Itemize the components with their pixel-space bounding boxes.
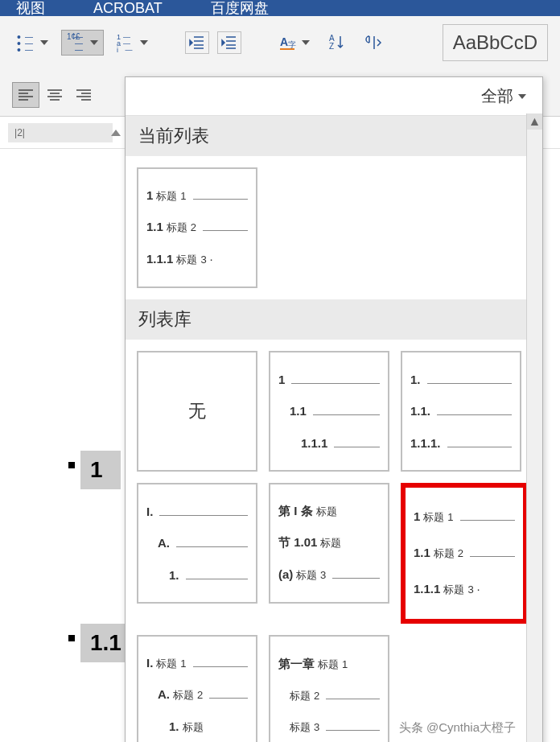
ruler[interactable]: | 2 | xyxy=(8,123,113,142)
section-current-list: 当前列表 xyxy=(126,116,542,156)
filter-dropdown[interactable]: 全部 xyxy=(481,85,526,107)
tab-baidu[interactable]: 百度网盘 xyxy=(211,0,269,18)
dropdown-scrollbar[interactable]: ▲ xyxy=(526,113,542,742)
ribbon-tabs: 视图 ACROBAT 百度网盘 xyxy=(0,0,560,16)
multilevel-list-dropdown: 全部 当前列表 1 标题 1 1.1 标题 2 1.1.1 标题 3· 列表库 … xyxy=(125,76,543,742)
bullets-button[interactable] xyxy=(12,31,53,55)
doc-heading-2: 1.1 xyxy=(80,624,129,662)
tab-acrobat[interactable]: ACROBAT xyxy=(93,0,163,17)
svg-text:A: A xyxy=(280,35,288,48)
multilevel-list-button[interactable] xyxy=(112,31,153,55)
list-preview-item[interactable]: I. A. 1. xyxy=(137,483,257,604)
chevron-down-icon xyxy=(90,40,98,45)
chevron-down-icon xyxy=(518,94,526,99)
increase-indent-button[interactable] xyxy=(217,31,241,54)
numbered-list-button[interactable] xyxy=(61,30,104,56)
decrease-indent-button[interactable] xyxy=(185,31,209,54)
list-preview-item-selected[interactable]: 1 标题 1 1.1 标题 2 1.1.1 标题 3· xyxy=(401,483,528,624)
list-preview-item[interactable]: 1 1.1 1.1.1 xyxy=(269,351,389,472)
list-preview-item[interactable]: 第一章标题 1 标题 2 标题 3 xyxy=(269,635,389,742)
align-left-button[interactable] xyxy=(12,82,39,108)
style-preview[interactable]: AaBbCcD xyxy=(443,24,548,61)
list-preview-item[interactable]: 1. 1.1. 1.1.1. xyxy=(401,351,521,472)
svg-text:Z: Z xyxy=(329,42,334,51)
chevron-down-icon xyxy=(40,40,48,45)
list-preview-item[interactable]: I. 标题 1 A. 标题 2 1. 标题 xyxy=(137,635,257,742)
chevron-down-icon xyxy=(140,40,148,45)
multilevel-icon xyxy=(117,34,136,52)
char-format-button[interactable]: A字 xyxy=(274,30,315,56)
svg-text:字: 字 xyxy=(288,40,296,49)
show-marks-button[interactable] xyxy=(360,30,389,56)
sort-button[interactable]: AZ xyxy=(323,30,352,56)
list-preview-current[interactable]: 1 标题 1 1.1 标题 2 1.1.1 标题 3· xyxy=(137,167,257,288)
document-preview: 1.1 xyxy=(0,624,125,662)
watermark: 头条 @Cynthia大橙子 xyxy=(399,720,516,736)
scroll-up-icon[interactable]: ▲ xyxy=(527,113,542,130)
section-library: 列表库 xyxy=(126,299,542,340)
list-preview-item[interactable]: 第 I 条 标题 节 1.01 标题 (a) 标题 3 xyxy=(269,483,389,604)
bullets-icon xyxy=(17,34,36,52)
align-center-button[interactable] xyxy=(41,82,68,108)
tab-view[interactable]: 视图 xyxy=(16,0,45,18)
doc-heading-1: 1 xyxy=(80,451,121,489)
list-preview-none[interactable]: 无 xyxy=(137,351,257,472)
align-right-button[interactable] xyxy=(70,82,97,108)
document-preview: 1 xyxy=(0,451,125,489)
align-group xyxy=(12,82,97,108)
chevron-down-icon xyxy=(302,40,310,45)
numbered-icon xyxy=(67,34,86,52)
